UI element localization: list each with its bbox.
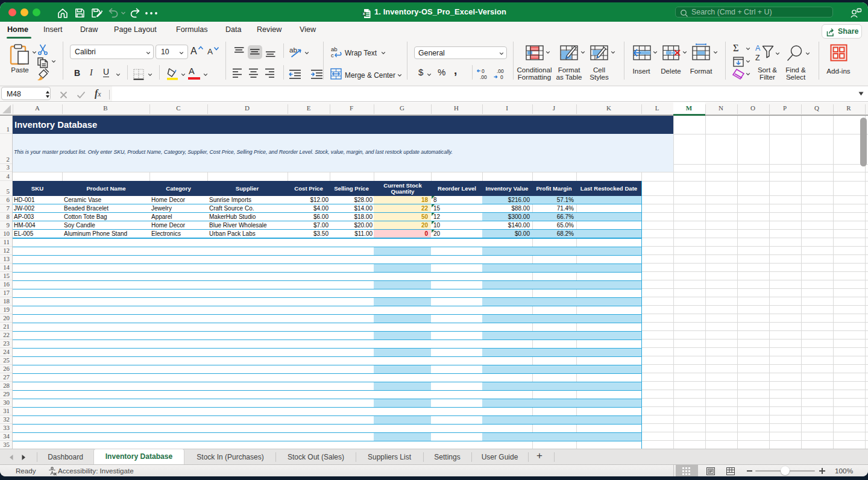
svg-text:.00: .00 bbox=[480, 74, 487, 80]
svg-text:.00: .00 bbox=[497, 68, 504, 74]
svg-text:c: c bbox=[331, 52, 334, 58]
svg-text:x: x bbox=[363, 11, 365, 16]
svg-text:0: 0 bbox=[482, 68, 485, 74]
svg-text:0: 0 bbox=[500, 74, 503, 80]
svg-text:ab: ab bbox=[289, 46, 297, 54]
